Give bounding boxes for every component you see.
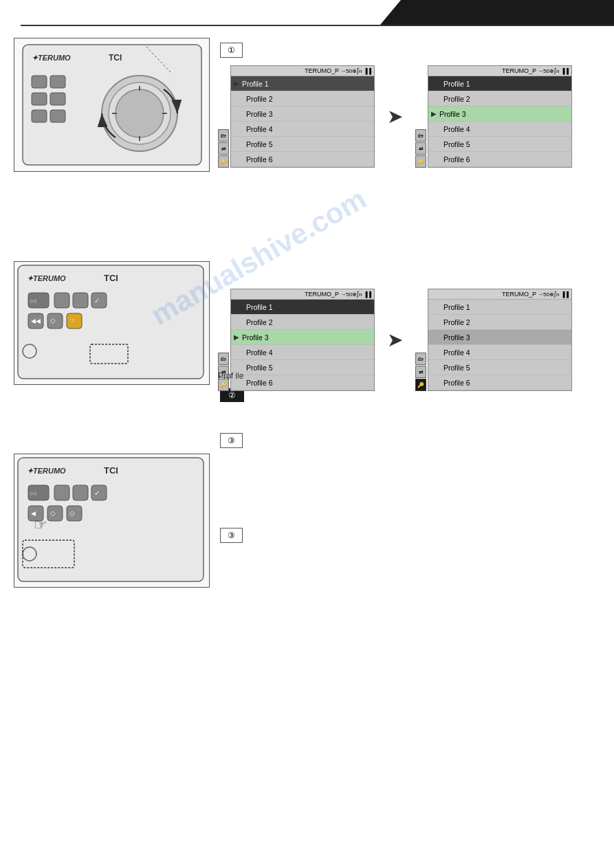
- profile3-label-right2: Profile 3: [443, 333, 470, 342]
- svg-rect-14: [32, 110, 47, 122]
- profile5-label-left1: Profile 5: [246, 140, 273, 148]
- profile3-row-right1: ▶ Profile 3: [428, 107, 571, 122]
- side-icons-right-2: 🗁 ⇄ 🔑: [415, 289, 426, 391]
- profile2-label-left1: Profile 2: [246, 95, 273, 103]
- profile3-label-left2: Profile 3: [242, 333, 269, 342]
- device-diagram-1: ✦TERUMO TCI: [19, 41, 205, 168]
- key-icon-2: 🔑: [415, 155, 426, 168]
- profile2-row-left2: Profile 2: [231, 315, 374, 330]
- svg-text:○○: ○○: [30, 298, 37, 304]
- device-box-1: ✦TERUMO TCI: [14, 38, 210, 172]
- profile2-row-right1: Profile 2: [428, 91, 571, 107]
- panel1-left: TERUMO_P →50⊕ʃn ▐▐ ▶ Profile 1 Profile 2…: [230, 65, 375, 168]
- profile4-label-right1: Profile 4: [443, 125, 470, 133]
- panel2-right-header: TERUMO_P →50⊕ʃn ▐▐: [428, 289, 571, 300]
- profile1-label-right2: Profile 1: [443, 303, 470, 311]
- switch-icon-4: ⇄: [415, 366, 426, 378]
- switch-icon-2: ⇄: [415, 142, 426, 155]
- header-bar: [380, 0, 614, 25]
- panel2-left-header: TERUMO_P →50⊕ʃn ▐▐: [231, 289, 374, 300]
- panel1-left-body: ▶ Profile 1 Profile 2 Profile 3 Profile …: [231, 76, 374, 167]
- profile4-row-right2: Profile 4: [428, 345, 571, 360]
- profile1-row-right2: Profile 1: [428, 300, 571, 315]
- device-diagram-2: ✦TERUMO TCI ○○ ✓ ◀◀ ◇ ☞: [14, 262, 207, 382]
- panel1-right-body: Profile 1 Profile 2 ▶ Profile 3 Profile …: [428, 76, 571, 167]
- profile2-row-right2: Profile 2: [428, 315, 571, 330]
- header-text-1: TERUMO_P: [305, 67, 339, 74]
- arrow-right-2: ➤: [387, 329, 403, 351]
- svg-text:☞: ☞: [34, 516, 47, 533]
- svg-text:☞: ☞: [69, 317, 76, 324]
- svg-text:◇: ◇: [50, 509, 56, 517]
- arrow-right-1: ➤: [387, 105, 403, 128]
- profile1-label-left2: Profile 1: [246, 303, 273, 311]
- panel2-left: TERUMO_P →50⊕ʃn ▐▐ Profile 1 Profile 2 ▶…: [230, 289, 375, 391]
- profile5-row-left2: Profile 5: [231, 360, 374, 375]
- svg-text:✦TERUMO: ✦TERUMO: [27, 274, 66, 282]
- svg-rect-41: [54, 485, 69, 500]
- key-icon-1: 🔑: [218, 155, 229, 168]
- header-text-2: TERUMO_P: [502, 67, 536, 74]
- svg-text:✓: ✓: [94, 297, 100, 304]
- header-text-4: TERUMO_P: [502, 291, 536, 298]
- profile5-row-left1: Profile 5: [231, 137, 374, 152]
- profile6-row-left1: Profile 6: [231, 152, 374, 167]
- profile3-row-left2: ▶ Profile 3: [231, 330, 374, 345]
- profile3-label-right1: Profile 3: [439, 110, 466, 118]
- side-icons-right-1: 🗁 ⇄ 🔑: [415, 65, 426, 168]
- svg-text:✦TERUMO: ✦TERUMO: [27, 467, 66, 475]
- side-icons-left-1: 🗁 ⇄ 🔑: [218, 65, 229, 168]
- header-icons-3: →50⊕ʃn ▐▐: [340, 291, 371, 298]
- svg-text:○○: ○○: [30, 490, 37, 497]
- profile1-row-right1: Profile 1: [428, 76, 571, 91]
- arrow-3: ▶: [234, 333, 239, 341]
- profile4-label-left1: Profile 4: [246, 125, 273, 133]
- profile3-row-left1: Profile 3: [231, 107, 374, 122]
- profile3-label-left1: Profile 3: [246, 110, 273, 118]
- panel1-left-container: 🗁 ⇄ 🔑 TERUMO_P →50⊕ʃn ▐▐ ▶ Profile 1 Pro…: [218, 65, 375, 168]
- profile4-row-left1: Profile 4: [231, 122, 374, 137]
- step3-label-2: ③: [220, 528, 243, 543]
- folder-icon-3: 🗁: [218, 353, 229, 365]
- panel1-right-header: TERUMO_P →50⊕ʃn ▐▐: [428, 66, 571, 76]
- profile6-row-right1: Profile 6: [428, 152, 571, 167]
- profile1-row-left1: ▶ Profile 1: [231, 76, 374, 91]
- header-icons-1: →50⊕ʃn ▐▐: [340, 68, 371, 74]
- svg-point-5: [116, 89, 164, 137]
- panel2-right-body: Profile 1 Profile 2 Profile 3 Profile 4: [428, 300, 571, 390]
- svg-text:✦TERUMO: ✦TERUMO: [32, 54, 71, 62]
- profile6-row-right2: Profile 6: [428, 375, 571, 390]
- svg-text:◇: ◇: [69, 509, 75, 517]
- profile5-row-right1: Profile 5: [428, 137, 571, 152]
- svg-rect-12: [32, 76, 47, 88]
- svg-text:◀◀: ◀◀: [31, 318, 41, 324]
- profile2-row-left1: Profile 2: [231, 91, 374, 107]
- profile3-row-right2: Profile 3: [428, 330, 571, 345]
- svg-rect-25: [73, 293, 88, 308]
- top-rule: [21, 25, 614, 26]
- profile6-label-left2: Profile 6: [246, 379, 273, 387]
- profile6-label-right2: Profile 6: [443, 379, 470, 387]
- panel2-left-body: Profile 1 Profile 2 ▶ Profile 3 Profile …: [231, 300, 374, 390]
- top-panel-group: 🗁 ⇄ 🔑 TERUMO_P →50⊕ʃn ▐▐ ▶ Profile 1 Pro…: [218, 65, 572, 168]
- header-text-3: TERUMO_P: [305, 291, 339, 298]
- device-diagram-3: ✦TERUMO TCI ○○ ✓ ◀ ☞ ◇ ◇: [14, 454, 207, 585]
- svg-rect-13: [32, 93, 47, 105]
- switch-icon-1: ⇄: [218, 142, 229, 155]
- step3-label-1: ③: [220, 433, 243, 448]
- profile-text-detected: Prof ile: [218, 371, 243, 381]
- svg-text:TCI: TCI: [104, 273, 118, 283]
- panel1-right-container: 🗁 ⇄ 🔑 TERUMO_P →50⊕ʃn ▐▐ Profile 1 Profi…: [415, 65, 572, 168]
- profile2-label-right2: Profile 2: [443, 318, 470, 326]
- svg-rect-42: [73, 485, 88, 500]
- profile4-row-left2: Profile 4: [231, 345, 374, 360]
- profile2-label-left2: Profile 2: [246, 318, 273, 326]
- step3-container-2: ③: [220, 528, 243, 543]
- device-box-3: ✦TERUMO TCI ○○ ✓ ◀ ☞ ◇ ◇: [14, 454, 210, 588]
- profile1-label-left1: Profile 1: [242, 80, 269, 88]
- device-box-2: ✦TERUMO TCI ○○ ✓ ◀◀ ◇ ☞: [14, 261, 210, 385]
- svg-text:✓: ✓: [94, 489, 100, 497]
- panel1-left-header: TERUMO_P →50⊕ʃn ▐▐: [231, 66, 374, 76]
- step3-container-1: ③: [220, 433, 243, 448]
- header-icons-2: →50⊕ʃn ▐▐: [538, 68, 569, 74]
